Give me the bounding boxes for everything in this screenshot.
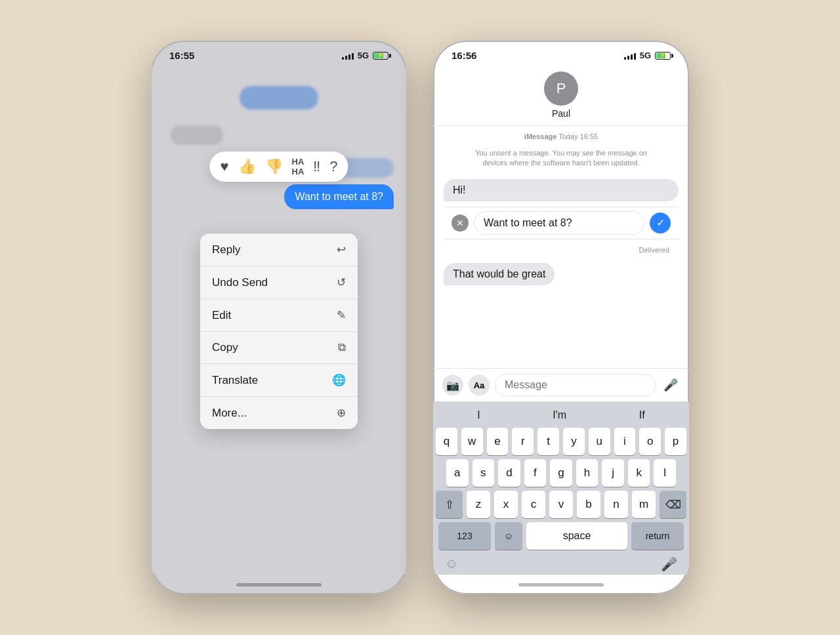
key-y[interactable]: y: [563, 428, 585, 455]
reaction-bar[interactable]: ♥ 👍 👎 HAHA ‼ ?: [209, 152, 348, 182]
phone-2: 16:56 5G ⚡ P Paul iMessage: [433, 41, 689, 594]
key-u[interactable]: u: [589, 428, 610, 455]
key-k[interactable]: k: [628, 459, 650, 487]
key-v[interactable]: v: [549, 491, 573, 518]
edit-message-input[interactable]: [474, 211, 644, 235]
delivered-label: Delivered: [444, 245, 679, 254]
context-edit[interactable]: Edit ✎: [200, 299, 358, 332]
key-f[interactable]: f: [524, 459, 547, 487]
message-input[interactable]: [495, 374, 656, 396]
more-icon: ⊕: [337, 406, 346, 420]
edit-input-row: ✕ ✓: [444, 207, 679, 239]
avatar: P: [544, 72, 578, 106]
context-copy[interactable]: Copy ⧉: [200, 332, 358, 364]
predictive-im[interactable]: I'm: [547, 407, 572, 424]
aa-button[interactable]: Aa: [469, 375, 490, 396]
key-r[interactable]: r: [512, 428, 534, 455]
key-l[interactable]: l: [654, 459, 676, 487]
key-c[interactable]: c: [522, 491, 545, 518]
contact-header: P Paul: [433, 66, 689, 126]
key-row-2: a s d f g h j k l: [436, 459, 686, 487]
edit-icon: ✎: [337, 308, 346, 322]
key-row-1: q w e r t y u i o p: [436, 428, 686, 455]
status-icons-1: 5G ⚡: [342, 51, 388, 60]
context-more[interactable]: More... ⊕: [200, 397, 358, 429]
home-indicator-2: [433, 575, 689, 594]
context-undo-send[interactable]: Undo Send ↺: [200, 266, 358, 299]
toolbar-row: 📷 Aa 🎤: [433, 368, 689, 401]
key-i[interactable]: i: [614, 428, 636, 455]
key-a[interactable]: a: [446, 459, 469, 487]
keyboard: I I'm If q w e r t y u i o p a s d: [433, 401, 689, 575]
context-reply[interactable]: Reply ↩: [200, 234, 358, 266]
battery-icon-2: ⚡: [655, 52, 671, 60]
reaction-thumbsdown[interactable]: 👎: [265, 158, 283, 175]
send-button[interactable]: ✓: [650, 213, 671, 234]
backspace-key[interactable]: ⌫: [660, 491, 686, 518]
lightning-icon-1: ⚡: [377, 52, 384, 58]
signal-bar-2-2: [627, 56, 629, 60]
key-q[interactable]: q: [436, 428, 457, 455]
reaction-thumbsup[interactable]: 👍: [238, 158, 256, 175]
cancel-edit-button[interactable]: ✕: [452, 215, 469, 232]
bg-bubble-1: [240, 86, 318, 110]
camera-button[interactable]: 📷: [442, 375, 463, 396]
bg-bubble-2: [171, 125, 223, 145]
bubble-hi: Hi!: [444, 179, 679, 201]
key-z[interactable]: z: [467, 491, 490, 518]
key-x[interactable]: x: [494, 491, 518, 518]
phone1-content: Want to meet at 8? ♥ 👍 👎 HAHA ‼ ? Reply …: [151, 66, 407, 575]
mic-icon[interactable]: 🎤: [662, 376, 680, 394]
key-m[interactable]: m: [632, 491, 656, 518]
emoji-key[interactable]: ☺: [495, 522, 522, 550]
lightning-icon-2: ⚡: [660, 52, 666, 58]
signal-bar-1: [342, 57, 344, 60]
mic-button[interactable]: 🎤: [661, 556, 677, 572]
network-type-2: 5G: [640, 51, 651, 60]
signal-bars-1: [342, 52, 354, 60]
key-e[interactable]: e: [487, 428, 509, 455]
context-translate[interactable]: Translate 🌐: [200, 364, 358, 397]
key-d[interactable]: d: [498, 459, 520, 487]
signal-bar-2: [345, 56, 347, 60]
messages-area: iMessage Today 16:55 You unsent a messag…: [433, 126, 689, 368]
key-p[interactable]: p: [665, 428, 686, 455]
predictive-if[interactable]: If: [634, 407, 650, 424]
battery-icon-1: ⚡: [373, 52, 388, 60]
key-w[interactable]: w: [461, 428, 483, 455]
key-123[interactable]: 123: [438, 522, 491, 550]
key-o[interactable]: o: [639, 428, 661, 455]
key-row-3: ⇧ z x c v b n m ⌫: [436, 491, 686, 518]
reaction-exclaim[interactable]: ‼: [313, 158, 320, 175]
unsend-notice: You unsent a message. You may see the me…: [469, 148, 653, 169]
key-t[interactable]: t: [537, 428, 559, 455]
emoji-button[interactable]: ☺: [445, 556, 458, 572]
emoji-mic-row: ☺ 🎤: [436, 552, 686, 572]
predictive-i[interactable]: I: [472, 407, 485, 424]
key-h[interactable]: h: [576, 459, 598, 487]
phone-1: 16:55 5G ⚡ Want to meet at 8?: [151, 41, 407, 594]
network-type-1: 5G: [358, 51, 369, 60]
key-n[interactable]: n: [604, 491, 628, 518]
key-j[interactable]: j: [602, 459, 624, 487]
return-key[interactable]: return: [631, 522, 684, 550]
translate-icon: 🌐: [332, 373, 346, 387]
shift-key[interactable]: ⇧: [436, 491, 463, 518]
status-icons-2: 5G ⚡: [624, 51, 671, 60]
reaction-heart[interactable]: ♥: [220, 158, 228, 175]
home-indicator-1: [151, 575, 407, 594]
key-g[interactable]: g: [550, 459, 572, 487]
signal-bars-2: [624, 52, 636, 60]
key-b[interactable]: b: [577, 491, 600, 518]
context-menu: Reply ↩ Undo Send ↺ Edit ✎ Copy ⧉ Transl…: [200, 234, 358, 429]
signal-bar-2-1: [624, 57, 626, 60]
signal-bar-2-3: [631, 54, 633, 60]
reaction-question[interactable]: ?: [329, 158, 337, 175]
time-1: 16:55: [169, 50, 194, 61]
key-s[interactable]: s: [472, 459, 495, 487]
space-key[interactable]: space: [526, 522, 627, 550]
reaction-haha[interactable]: HAHA: [292, 157, 304, 176]
contact-name: Paul: [552, 108, 570, 119]
bubble-reply: That would be great: [444, 263, 555, 285]
signal-bar-4: [352, 53, 354, 60]
